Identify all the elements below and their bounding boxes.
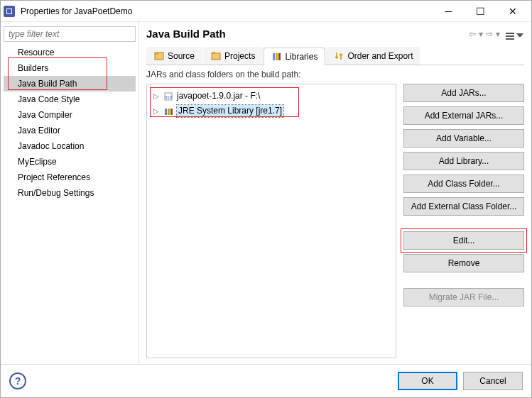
nav-toolbar: ⇦▾ ⇨▾ <box>468 29 524 39</box>
category-java-compiler[interactable]: Java Compiler <box>4 107 136 123</box>
category-list: Resource Builders Java Build Path Java C… <box>4 45 136 201</box>
category-javadoc-location[interactable]: Javadoc Location <box>4 138 136 154</box>
back-dropdown-icon[interactable]: ▾ <box>478 29 484 39</box>
category-java-editor[interactable]: Java Editor <box>4 123 136 138</box>
page-title: Java Build Path <box>146 28 468 40</box>
tab-source[interactable]: Source <box>146 47 202 65</box>
tab-label: Source <box>168 51 195 61</box>
svg-rect-14 <box>170 109 173 115</box>
order-icon <box>334 51 344 61</box>
cancel-button[interactable]: Cancel <box>463 372 523 390</box>
help-icon[interactable]: ? <box>9 372 26 389</box>
tab-bar: Source Projects Libraries Order and Expo… <box>146 47 524 65</box>
jar-tree[interactable]: ▷ 010 javapoet-1.9.0.jar - F:\ ▷ JRE Sys… <box>146 84 396 358</box>
svg-rect-2 <box>7 9 11 13</box>
svg-rect-6 <box>212 52 215 54</box>
category-resource[interactable]: Resource <box>4 45 136 60</box>
dialog-body: Resource Builders Java Build Path Java C… <box>1 22 531 364</box>
content-pane: Java Build Path ⇦▾ ⇨▾ Source Projects <box>139 22 531 364</box>
tab-label: Libraries <box>285 52 317 62</box>
page-header: Java Build Path ⇦▾ ⇨▾ <box>146 28 524 40</box>
window-controls: ─ ☐ ✕ <box>433 1 528 21</box>
category-builders[interactable]: Builders <box>4 60 136 76</box>
category-pane: Resource Builders Java Build Path Java C… <box>1 22 139 364</box>
expand-icon[interactable]: ▷ <box>153 105 160 117</box>
tab-projects[interactable]: Projects <box>203 47 263 65</box>
add-variable-button[interactable]: Add Variable... <box>403 129 524 148</box>
tree-item-label: javapoet-1.9.0.jar - F:\ <box>177 90 260 102</box>
svg-rect-9 <box>278 53 281 60</box>
properties-window: Properties for JavaPoetDemo ─ ☐ ✕ Resour… <box>0 0 532 398</box>
dialog-footer: ? OK Cancel <box>1 364 531 397</box>
library-icon <box>163 106 174 116</box>
libraries-icon <box>271 52 281 62</box>
add-jars-button[interactable]: Add JARs... <box>403 84 524 102</box>
category-java-build-path[interactable]: Java Build Path <box>4 76 136 92</box>
migrate-jar-button: Migrate JAR File... <box>403 288 524 306</box>
projects-icon <box>211 51 221 61</box>
tab-label: Projects <box>224 51 255 61</box>
app-icon <box>4 6 15 17</box>
menu-icon[interactable] <box>505 29 524 39</box>
remove-button[interactable]: Remove <box>403 254 524 272</box>
window-title: Properties for JavaPoetDemo <box>21 6 433 16</box>
add-library-button[interactable]: Add Library... <box>403 152 524 170</box>
tab-label: Order and Export <box>347 51 413 61</box>
category-run-debug-settings[interactable]: Run/Debug Settings <box>4 185 136 201</box>
maximize-button[interactable]: ☐ <box>465 1 496 21</box>
minimize-button[interactable]: ─ <box>433 1 465 21</box>
forward-icon[interactable]: ⇨ <box>485 29 494 39</box>
button-column: Add JARs... Add External JARs... Add Var… <box>403 84 524 358</box>
add-class-folder-button[interactable]: Add Class Folder... <box>403 175 524 193</box>
svg-rect-5 <box>212 53 220 60</box>
add-external-jars-button[interactable]: Add External JARs... <box>403 106 524 125</box>
tree-item-label: JRE System Library [jre1.7] <box>177 105 283 117</box>
tree-item-jre[interactable]: ▷ JRE System Library [jre1.7] <box>151 104 391 118</box>
category-myeclipse[interactable]: MyEclipse <box>4 154 136 170</box>
forward-dropdown-icon[interactable]: ▾ <box>495 29 501 39</box>
svg-rect-7 <box>273 53 275 60</box>
tree-item-jar[interactable]: ▷ 010 javapoet-1.9.0.jar - F:\ <box>151 89 391 104</box>
add-external-class-folder-button[interactable]: Add External Class Folder... <box>403 197 524 216</box>
section-label: JARs and class folders on the build path… <box>146 70 524 79</box>
category-java-code-style[interactable]: Java Code Style <box>4 92 136 107</box>
filter-input[interactable] <box>4 26 136 42</box>
svg-rect-13 <box>168 109 170 115</box>
back-icon[interactable]: ⇦ <box>468 29 477 39</box>
expand-icon[interactable]: ▷ <box>153 90 160 102</box>
jar-icon: 010 <box>163 92 174 101</box>
tab-order-export[interactable]: Order and Export <box>326 47 420 65</box>
main-area: ▷ 010 javapoet-1.9.0.jar - F:\ ▷ JRE Sys… <box>146 84 524 358</box>
svg-text:010: 010 <box>165 95 173 99</box>
svg-rect-4 <box>155 52 158 55</box>
svg-rect-12 <box>165 109 167 115</box>
ok-button[interactable]: OK <box>398 372 457 390</box>
tab-libraries[interactable]: Libraries <box>264 48 325 65</box>
close-button[interactable]: ✕ <box>496 1 528 21</box>
titlebar: Properties for JavaPoetDemo ─ ☐ ✕ <box>1 1 531 22</box>
footer-buttons: OK Cancel <box>398 372 523 390</box>
category-project-references[interactable]: Project References <box>4 170 136 185</box>
edit-button[interactable]: Edit... <box>403 231 524 250</box>
source-icon <box>154 51 164 61</box>
svg-rect-8 <box>276 53 278 60</box>
